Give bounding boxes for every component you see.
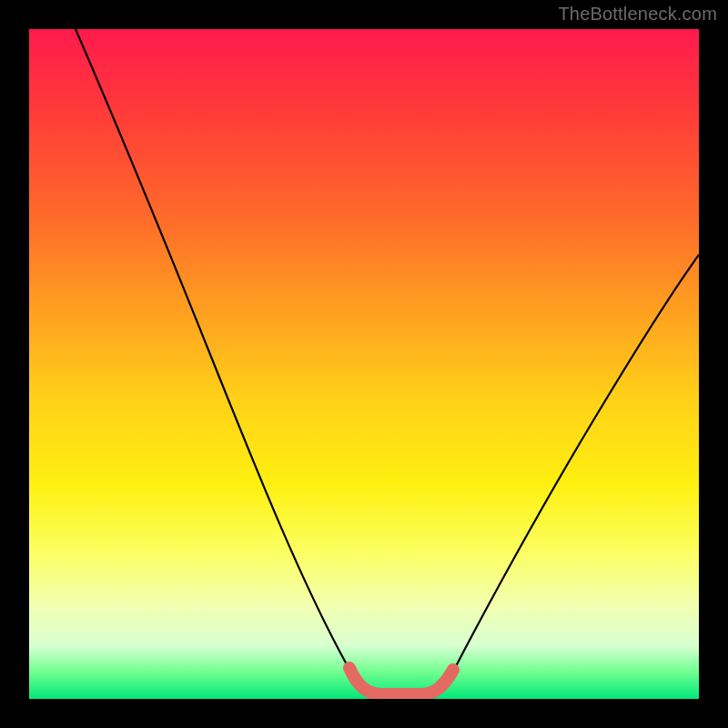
highlight-band [349, 668, 453, 694]
curve-svg [29, 29, 699, 699]
plot-area [29, 29, 699, 699]
bottleneck-curve [76, 29, 699, 694]
chart-frame: TheBottleneck.com [0, 0, 728, 728]
watermark-text: TheBottleneck.com [558, 4, 717, 25]
